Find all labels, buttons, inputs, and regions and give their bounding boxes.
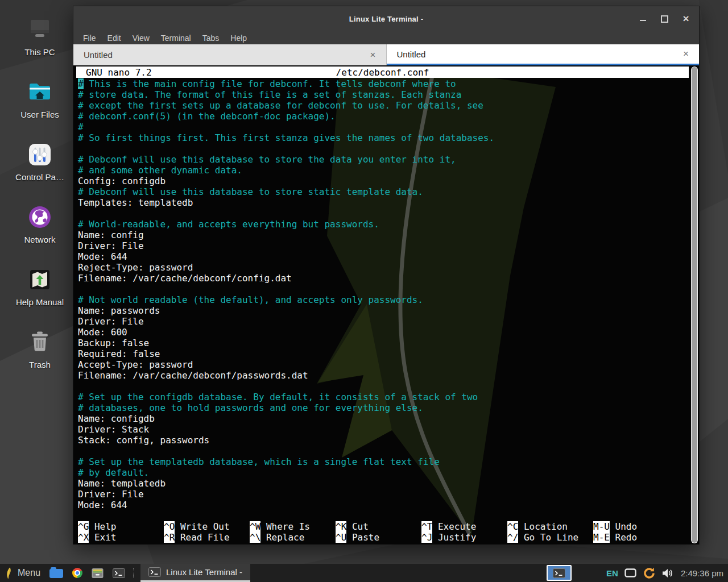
nano-line: # by default. xyxy=(78,467,699,478)
shortcut-key: ^U xyxy=(336,532,346,543)
menu-terminal[interactable]: Terminal xyxy=(155,34,197,43)
nano-line: # Debconf will use this database to stor… xyxy=(78,186,699,197)
desktop-icon-label: Control Pa… xyxy=(11,172,68,182)
nano-line: # debconf.conf(5) (in the debconf-doc pa… xyxy=(78,111,699,122)
clipboard-window-icon[interactable] xyxy=(624,568,636,577)
menu-edit[interactable]: Edit xyxy=(102,34,127,43)
help-manual-icon[interactable] xyxy=(26,266,53,293)
shortcut-key: M-E xyxy=(593,532,610,543)
menu-view[interactable]: View xyxy=(127,34,155,43)
nano-line: # except the first sets up a database fo… xyxy=(78,100,699,111)
desktop-icon-label: Help Manual xyxy=(11,297,68,307)
computer-icon[interactable] xyxy=(26,16,53,43)
nano-line: Templates: templatedb xyxy=(78,197,699,208)
menu-button[interactable]: Menu xyxy=(18,568,40,578)
nano-line: Driver: File xyxy=(78,489,699,500)
desktop-icon-trash[interactable]: Trash xyxy=(11,329,68,369)
nano-line: # So first things first. This first stan… xyxy=(78,132,699,143)
nano-line: Stack: config, passwords xyxy=(78,435,699,446)
tray-terminal-icon[interactable] xyxy=(547,565,572,581)
nano-shortcuts: ^G Help^O Write Out^W Where Is^K Cut^T E… xyxy=(78,521,688,543)
network-globe-icon[interactable] xyxy=(26,203,53,231)
terminal-window: Linux Lite Terminal - × FileEditViewTerm… xyxy=(73,6,700,544)
clock[interactable]: 2:49:36 pm xyxy=(681,568,723,578)
control-panel-icon[interactable] xyxy=(26,141,53,168)
terminal-content[interactable]: GNU nano 7.2 /etc/debconf.conf # This is… xyxy=(73,65,699,544)
window-titlebar[interactable]: Linux Lite Terminal - × xyxy=(73,6,699,31)
volume-icon[interactable] xyxy=(662,568,673,578)
nano-line: Required: false xyxy=(78,348,699,359)
shortcut-go-to-line: ^/ Go To Line xyxy=(507,532,593,543)
nano-line xyxy=(78,446,699,456)
file-manager-icon[interactable] xyxy=(92,568,104,579)
tab-close-icon[interactable]: × xyxy=(683,48,689,60)
nano-line xyxy=(78,284,699,294)
shortcut-key: ^W xyxy=(250,521,260,532)
maximize-icon[interactable] xyxy=(660,15,668,23)
terminal-icon xyxy=(148,567,161,577)
desktop-icon-control-pa[interactable]: Control Pa… xyxy=(11,141,68,182)
nano-line xyxy=(78,143,699,154)
system-tray: EN 2:49:36 pm xyxy=(547,565,728,581)
task-button-terminal[interactable]: Linux Lite Terminal - xyxy=(140,564,250,582)
terminal-launcher-icon[interactable] xyxy=(113,568,125,578)
nano-line: Filename: /var/cache/debconf/passwords.d… xyxy=(78,370,699,381)
update-icon[interactable] xyxy=(643,567,656,580)
nano-line: Config: configdb xyxy=(78,176,699,186)
nano-line: Name: config xyxy=(78,230,699,240)
desktop-icon-user-files[interactable]: User Files xyxy=(11,78,68,119)
shortcut-replace: ^\ Replace xyxy=(250,532,336,543)
scrollbar-thumb[interactable] xyxy=(692,67,697,543)
nano-line: Name: passwords xyxy=(78,305,699,316)
nano-line: Name: configdb xyxy=(78,413,699,424)
shortcut-undo: M-U Undo xyxy=(593,521,679,532)
menu-file[interactable]: File xyxy=(77,34,102,43)
shortcut-key: ^K xyxy=(336,521,346,532)
window-title: Linux Lite Terminal - xyxy=(349,15,423,23)
desktop-icons: This PCUser FilesControl Pa…NetworkHelp … xyxy=(0,0,80,432)
chrome-icon[interactable] xyxy=(72,568,82,578)
nano-line: Name: templatedb xyxy=(78,478,699,489)
shortcut-write-out: ^O Write Out xyxy=(164,521,250,532)
tabbar: Untitled×Untitled× xyxy=(73,44,699,65)
desktop-icon-label: Trash xyxy=(11,360,68,369)
shortcut-where-is: ^W Where Is xyxy=(250,521,336,532)
shortcut-justify: ^J Justify xyxy=(421,532,507,543)
close-icon[interactable]: × xyxy=(682,15,690,23)
nano-line: # xyxy=(78,122,699,132)
nano-line: # Debconf will use this database to stor… xyxy=(78,154,699,165)
desktop-icon-this-pc[interactable]: This PC xyxy=(11,16,68,57)
nano-line: # Set up the templatedb database, which … xyxy=(78,456,699,467)
nano-line: Mode: 644 xyxy=(78,500,699,510)
tab-1[interactable]: Untitled× xyxy=(73,44,387,65)
window-controls: × xyxy=(639,6,690,31)
nano-line: Driver: Stack xyxy=(78,424,699,435)
shortcut-key: ^T xyxy=(421,521,432,532)
nano-line: # Not world readable (the default), and … xyxy=(78,294,699,305)
shortcut-key: ^/ xyxy=(507,532,518,543)
nano-line: Accept-Type: password xyxy=(78,359,699,370)
nano-line: Filename: /var/cache/debconf/config.dat xyxy=(78,273,699,284)
menu-help[interactable]: Help xyxy=(225,34,253,43)
nano-line: Driver: File xyxy=(78,316,699,327)
desktop-icon-help-manual[interactable]: Help Manual xyxy=(11,266,68,307)
nano-buffer[interactable]: # This is the main config file for debco… xyxy=(73,78,699,510)
menu-tabs[interactable]: Tabs xyxy=(197,34,225,43)
linuxlite-menu-icon[interactable] xyxy=(5,567,14,580)
show-desktop-icon[interactable] xyxy=(49,567,63,579)
tab-2-active[interactable]: Untitled× xyxy=(387,44,700,65)
folder-home-icon[interactable] xyxy=(26,78,53,106)
nano-line: Mode: 644 xyxy=(78,251,699,262)
nano-line: # store data. The format of this file is… xyxy=(78,89,699,100)
nano-line: Backup: false xyxy=(78,338,699,348)
minimize-icon[interactable] xyxy=(639,15,647,23)
tab-close-icon[interactable]: × xyxy=(370,49,376,61)
nano-file-path: /etc/debconf.conf xyxy=(336,67,429,78)
desktop-icon-network[interactable]: Network xyxy=(11,203,68,244)
tab-label: Untitled xyxy=(397,49,426,59)
terminal-scrollbar[interactable] xyxy=(691,66,698,543)
task-button-label: Linux Lite Terminal - xyxy=(166,567,242,577)
trash-icon[interactable] xyxy=(26,329,53,356)
shortcut-cut: ^K Cut xyxy=(336,521,421,532)
keyboard-layout-indicator[interactable]: EN xyxy=(606,568,618,578)
